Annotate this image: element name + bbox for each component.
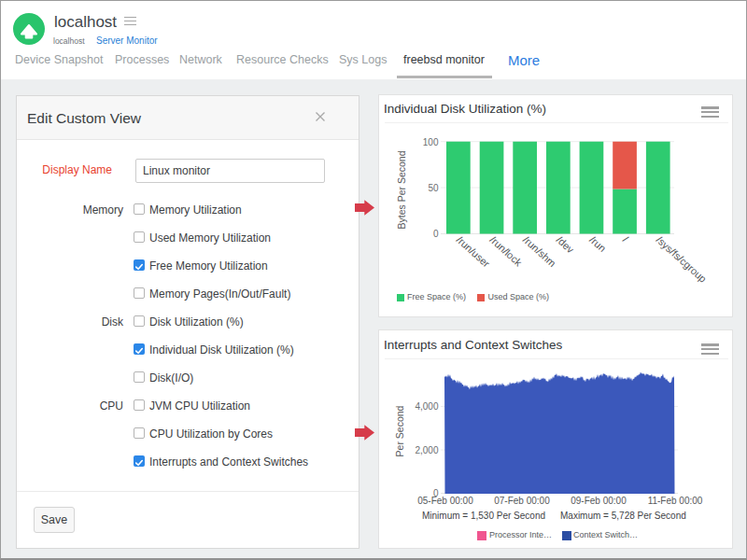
svg-text:2,000: 2,000 [415, 445, 438, 455]
svg-text:Per Second: Per Second [394, 405, 405, 456]
svg-text:Bytes Per Second: Bytes Per Second [396, 150, 407, 229]
svg-text:/run/user: /run/user [455, 234, 493, 270]
svg-text:/run/shm: /run/shm [521, 234, 558, 270]
svg-text:/sys/fs/cgroup: /sys/fs/cgroup [655, 234, 709, 285]
svg-text:11-Feb 00:00: 11-Feb 00:00 [648, 496, 703, 506]
svg-text:/run/lock: /run/lock [487, 234, 524, 269]
svg-text:/run: /run [587, 234, 608, 255]
svg-text:0: 0 [433, 229, 439, 239]
svg-text:/dev: /dev [555, 234, 577, 256]
svg-text:05-Feb 00:00: 05-Feb 00:00 [417, 496, 473, 506]
svg-text:50: 50 [428, 183, 439, 193]
svg-text:07-Feb 00:00: 07-Feb 00:00 [494, 496, 550, 506]
svg-text:4,000: 4,000 [415, 401, 438, 412]
svg-text:100: 100 [423, 137, 439, 147]
svg-text:/: / [621, 234, 631, 245]
svg-text:09-Feb 00:00: 09-Feb 00:00 [571, 496, 627, 506]
